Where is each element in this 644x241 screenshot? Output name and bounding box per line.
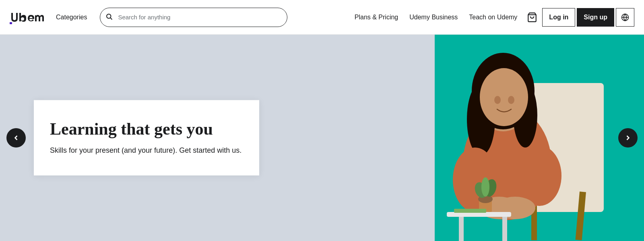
chevron-left-icon: [12, 134, 20, 142]
svg-rect-26: [502, 217, 507, 241]
logo[interactable]: [10, 10, 46, 24]
chevron-right-icon: [624, 134, 632, 142]
svg-rect-1: [10, 22, 12, 24]
carousel-prev-button[interactable]: [6, 128, 26, 148]
udemy-business-link[interactable]: Udemy Business: [405, 12, 462, 23]
language-selector-button[interactable]: [616, 8, 634, 27]
svg-point-31: [481, 177, 489, 197]
search-bar: [100, 8, 287, 27]
login-button[interactable]: Log in: [542, 8, 575, 27]
nav-links: Plans & Pricing Udemy Business Teach on …: [350, 8, 634, 27]
teach-on-udemy-link[interactable]: Teach on Udemy: [464, 12, 522, 23]
svg-point-18: [494, 96, 501, 104]
plans-pricing-link[interactable]: Plans & Pricing: [350, 12, 403, 23]
hero-subtitle: Skills for your present (and your future…: [50, 145, 243, 156]
cart-icon: [527, 12, 537, 23]
hero-content: Learning that gets you Skills for your p…: [34, 100, 259, 175]
svg-point-17: [480, 68, 528, 126]
signup-button[interactable]: Sign up: [577, 8, 614, 27]
carousel-next-button[interactable]: [618, 128, 638, 148]
cart-button[interactable]: [524, 10, 541, 24]
hero-card: Learning that gets you Skills for your p…: [34, 100, 259, 175]
svg-rect-25: [459, 217, 464, 241]
categories-button[interactable]: Categories: [53, 12, 90, 23]
globe-icon: [621, 13, 629, 21]
hero-title: Learning that gets you: [50, 119, 243, 139]
svg-point-19: [508, 96, 514, 104]
navbar: Categories Plans & Pricing Udemy Busines…: [0, 0, 644, 35]
search-input[interactable]: [100, 8, 287, 27]
hero-section: Learning that gets you Skills for your p…: [0, 35, 644, 241]
hero-person-illustration: [233, 35, 644, 241]
svg-point-21: [517, 145, 561, 206]
svg-rect-32: [454, 209, 486, 213]
